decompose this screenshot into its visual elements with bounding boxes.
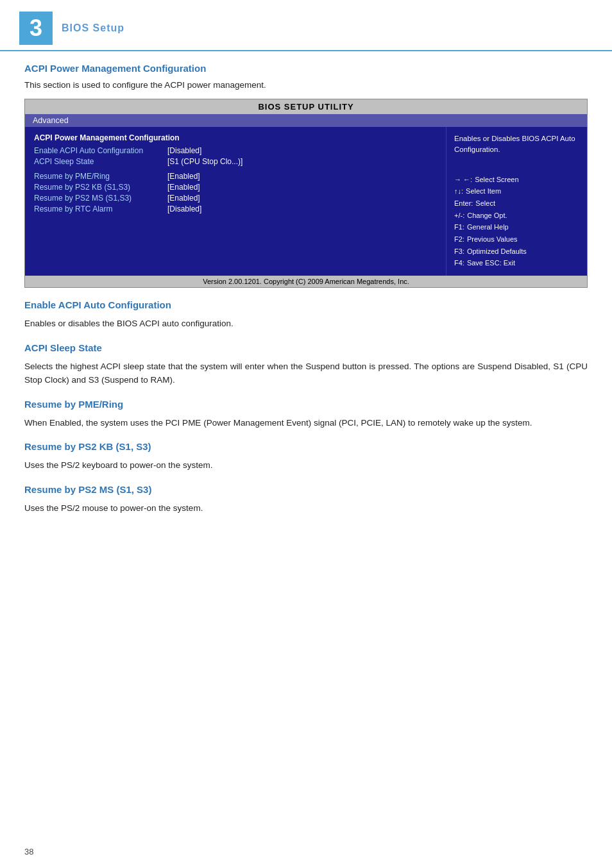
subsection-body-pme-ring: When Enabled, the system uses the PCI PM… (24, 416, 588, 430)
subsection-heading-ps2-ms: Resume by PS2 MS (S1, S3) (24, 484, 588, 495)
bios-nav-tab[interactable]: Advanced (33, 116, 69, 125)
key-enter-desc: Select (475, 197, 495, 210)
subsection-body-ps2-kb: Uses the PS/2 keyboard to power-on the s… (24, 458, 588, 472)
subsection-body-acpi-sleep: Selects the highest ACPI sleep state tha… (24, 360, 588, 387)
bios-item-val-sleep-state: [S1 (CPU Stop Clo...)] (167, 157, 242, 166)
subsection-heading-pme-ring: Resume by PME/Ring (24, 399, 588, 410)
main-content: ACPI Power Management Configuration This… (0, 63, 612, 544)
page-header: 3 BIOS Setup (0, 0, 612, 51)
chapter-number: 3 (19, 12, 53, 45)
bios-nav-row: Advanced (25, 114, 587, 127)
key-f3: F3: Optimized Defaults (454, 246, 579, 258)
key-change-opt: +/-: Change Opt. (454, 210, 579, 222)
key-select-item: ↑↓: Select Item (454, 185, 579, 197)
key-f2-desc: Previous Values (467, 233, 518, 246)
bios-item-val-ps2-ms: [Enabled] (167, 194, 200, 203)
bios-item-key-enable-acpi: Enable ACPI Auto Configuration (34, 146, 162, 155)
key-select-item-desc: Select Item (466, 185, 501, 197)
bios-section-title: ACPI Power Management Configuration (34, 133, 437, 142)
bios-item-val-pme-ring: [Enabled] (167, 172, 200, 181)
bios-key-help: → ←: Select Screen ↑↓: Select Item Enter… (454, 174, 579, 270)
header-title: BIOS Setup (62, 22, 124, 34)
bios-help-panel: Enables or Disables BIOS ACPI Auto Confi… (446, 127, 587, 276)
subsection-pme-ring: Resume by PME/Ring When Enabled, the sys… (24, 399, 588, 430)
subsection-body-ps2-ms: Uses the PS/2 mouse to power-on the syst… (24, 501, 588, 515)
key-f2-key: F2: (454, 233, 464, 246)
bios-item-key-ps2-ms: Resume by PS2 MS (S1,S3) (34, 194, 162, 203)
key-f1: F1: General Help (454, 221, 579, 233)
bios-body: ACPI Power Management Configuration Enab… (25, 127, 587, 276)
key-f4-key: F4: (454, 257, 464, 269)
bios-item-key-ps2-kb: Resume by PS2 KB (S1,S3) (34, 183, 162, 192)
key-select-screen-desc: Select Screen (475, 174, 518, 186)
bios-item-ps2-ms[interactable]: Resume by PS2 MS (S1,S3) [Enabled] (34, 194, 437, 203)
main-section-heading: ACPI Power Management Configuration (24, 63, 588, 74)
bios-item-ps2-kb[interactable]: Resume by PS2 KB (S1,S3) [Enabled] (34, 183, 437, 192)
key-f4: F4: Save ESC: Exit (454, 257, 579, 269)
bios-item-rtc-alarm[interactable]: Resume by RTC Alarm [Disabled] (34, 204, 437, 213)
subsection-body-enable-acpi: Enables or disables the BIOS ACPI auto c… (24, 317, 588, 331)
bios-item-key-rtc-alarm: Resume by RTC Alarm (34, 204, 162, 213)
subsection-enable-acpi: Enable ACPI Auto Configuration Enables o… (24, 299, 588, 331)
subsection-heading-acpi-sleep: ACPI Sleep State (24, 342, 588, 353)
bios-item-key-pme-ring: Resume by PME/Ring (34, 172, 162, 181)
bios-item-enable-acpi[interactable]: Enable ACPI Auto Configuration [Disabled… (34, 146, 437, 155)
bios-help-text: Enables or Disables BIOS ACPI Auto Confi… (454, 133, 579, 156)
key-f3-desc: Optimized Defaults (467, 246, 527, 258)
bios-utility-title: BIOS SETUP UTILITY (25, 99, 587, 114)
key-select-screen: → ←: Select Screen (454, 174, 579, 186)
subsection-heading-ps2-kb: Resume by PS2 KB (S1, S3) (24, 441, 588, 452)
subsection-heading-enable-acpi: Enable ACPI Auto Configuration (24, 299, 588, 310)
key-change-opt-desc: Change Opt. (467, 210, 507, 222)
key-f1-desc: General Help (467, 221, 509, 233)
bios-item-val-ps2-kb: [Enabled] (167, 183, 200, 192)
intro-text: This section is used to configure the AC… (24, 80, 588, 90)
bios-item-key-sleep-state: ACPI Sleep State (34, 157, 162, 166)
key-enter: Enter: Select (454, 197, 579, 210)
bios-item-val-rtc-alarm: [Disabled] (167, 204, 201, 213)
bios-item-val-enable-acpi: [Disabled] (167, 146, 201, 155)
subsection-acpi-sleep: ACPI Sleep State Selects the highest ACP… (24, 342, 588, 387)
key-select-item-key: ↑↓: (454, 185, 463, 197)
bios-footer: Version 2.00.1201. Copyright (C) 2009 Am… (25, 276, 587, 287)
key-f3-key: F3: (454, 246, 464, 258)
key-enter-key: Enter: (454, 197, 473, 210)
subsection-ps2-ms: Resume by PS2 MS (S1, S3) Uses the PS/2 … (24, 484, 588, 515)
key-f1-key: F1: (454, 221, 464, 233)
key-select-screen-key: → ←: (454, 174, 472, 186)
key-change-opt-key: +/-: (454, 210, 464, 222)
bios-item-sleep-state[interactable]: ACPI Sleep State [S1 (CPU Stop Clo...)] (34, 157, 437, 166)
bios-item-pme-ring[interactable]: Resume by PME/Ring [Enabled] (34, 172, 437, 181)
bios-utility-box: BIOS SETUP UTILITY Advanced ACPI Power M… (24, 99, 588, 288)
bios-items-panel: ACPI Power Management Configuration Enab… (25, 127, 446, 276)
key-f2: F2: Previous Values (454, 233, 579, 246)
key-f4-desc: Save ESC: Exit (467, 257, 515, 269)
page-footer: 38 (24, 847, 33, 856)
subsection-ps2-kb: Resume by PS2 KB (S1, S3) Uses the PS/2 … (24, 441, 588, 472)
